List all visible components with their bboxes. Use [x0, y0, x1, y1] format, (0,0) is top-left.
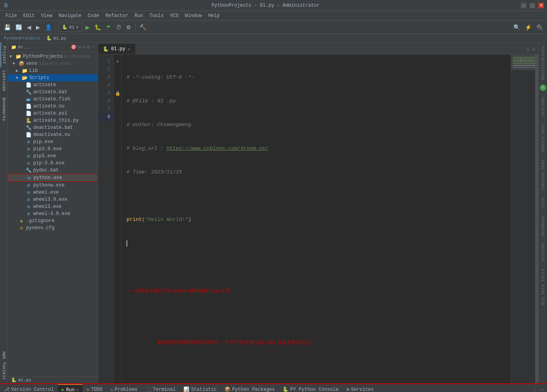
tree-item-wheel39[interactable]: ▶ ⚙ wheel3.9.exe: [8, 196, 98, 203]
minimap-scrollbar[interactable]: [535, 55, 538, 383]
right-tab-database[interactable]: Database: [540, 212, 546, 239]
panel-minimize-icon[interactable]: —: [92, 44, 94, 50]
panel-collapse-icon[interactable]: ⊟: [83, 44, 85, 50]
right-tab-tabnine[interactable]: Tabnine Chat: [540, 156, 546, 194]
tree-item-deactivate-nu[interactable]: ▶ 📄 deactivate.nu: [8, 131, 98, 138]
tree-item-pip[interactable]: ▶ ⚙ pip.exe: [8, 138, 98, 145]
menu-vcs[interactable]: VCS: [168, 12, 181, 19]
editor-tab-01py[interactable]: 🐍 01.py ✕: [98, 44, 136, 54]
tree-item-wheel3[interactable]: ▶ ⚙ wheel3.exe: [8, 203, 98, 210]
tree-item-wheel[interactable]: ▶ ⚙ wheel.exe: [8, 189, 98, 196]
tree-item-python-exe[interactable]: ▶ ⚙ python.exe: [8, 174, 98, 182]
save-button[interactable]: 💾: [2, 23, 12, 31]
bottom-tab-problems[interactable]: ⚠ Problems: [106, 384, 141, 392]
code-content[interactable]: # -*-coding: Utf-8 -*- # @File : 01 .py …: [122, 55, 511, 383]
tab-close-button[interactable]: ✕: [128, 47, 130, 52]
menu-run[interactable]: Run: [132, 12, 145, 19]
menu-help[interactable]: Help: [206, 12, 222, 19]
bottom-tab-run[interactable]: ▶ Run ✕: [58, 384, 83, 392]
tree-item-pip-39[interactable]: ▶ ⚙ pip-3.9.exe: [8, 160, 98, 167]
run-tab-close[interactable]: ✕: [76, 388, 79, 392]
bottom-tab-vcs[interactable]: ⎇ Version Control: [0, 384, 58, 392]
tree-item-venv[interactable]: ▼ 📦 venv library root: [8, 60, 98, 67]
panel-bottom-file[interactable]: 🐍 01.py: [8, 376, 98, 383]
left-tab-project[interactable]: Project: [0, 43, 8, 67]
tree-item-pythonw[interactable]: ▶ ⚙ pythonw.exe: [8, 182, 98, 189]
bottom-tab-python-packages[interactable]: 📦 Python Packages: [221, 384, 279, 392]
panel-settings-icon[interactable]: ⚙: [87, 44, 90, 50]
left-tab-aws[interactable]: AWS Toolkit: [1, 348, 7, 383]
tree-item-activate-ps1[interactable]: ▶ 📄 activate.ps1: [8, 110, 98, 117]
coverage-button[interactable]: ☂: [104, 23, 113, 31]
tree-item-activate-this[interactable]: ▶ 🐍 activate_this.py: [8, 117, 98, 124]
tree-item-pip3[interactable]: ▶ ⚙ pip3.exe: [8, 153, 98, 160]
settings-cog[interactable]: ⚙: [124, 23, 133, 31]
bottom-tab-terminal[interactable]: ⬛ Terminal: [141, 384, 180, 392]
right-tab-notifications[interactable]: Notifications: [540, 43, 546, 83]
tree-item-scripts[interactable]: ▼ 📂 Scripts: [8, 74, 98, 81]
run-button[interactable]: ▶: [84, 23, 91, 31]
right-tab-bigdata[interactable]: Big Data Tools: [540, 266, 546, 308]
tab-settings-icon[interactable]: ⚙: [526, 47, 529, 53]
tree-item-activate-nu[interactable]: ▶ 📄 activate.nu: [8, 103, 98, 110]
bottom-tab-minimize[interactable]: —: [541, 386, 544, 392]
panel-expand-icon[interactable]: ⊞: [78, 44, 81, 50]
right-tab-aixcoder[interactable]: aiXcoder: [540, 92, 546, 120]
right-tab-jito[interactable]: Jito: [540, 194, 546, 211]
tree-item-deactivate-bat[interactable]: ▶ 🔧 deactivate.bat: [8, 124, 98, 131]
close-button[interactable]: ✕: [538, 3, 544, 8]
menu-edit[interactable]: Edit: [21, 12, 37, 19]
bottom-tab-more[interactable]: ⋮: [532, 386, 538, 392]
right-tab-remote[interactable]: Remote Host: [540, 121, 546, 156]
forward-button[interactable]: ▶: [34, 23, 42, 31]
run-label: Run: [66, 387, 75, 392]
build-button[interactable]: 🔨: [138, 23, 148, 31]
run-config-arrow: ▾: [76, 24, 79, 30]
panel-locate-icon[interactable]: 🎯: [71, 44, 77, 50]
right-tab-sciview[interactable]: SciView: [540, 240, 546, 265]
tree-item-pyvenv[interactable]: ▶ ⚙ pyvenv.cfg: [8, 224, 98, 232]
plugin-button[interactable]: 🔌: [535, 23, 545, 31]
tree-item-wheel-39[interactable]: ▶ ⚙ wheel-3.9.exe: [8, 210, 98, 217]
back-button[interactable]: ◀: [25, 23, 33, 31]
left-tab-bookmarks[interactable]: Bookmarks: [1, 94, 7, 124]
maximize-button[interactable]: □: [530, 3, 535, 8]
tree-item-pydoc[interactable]: ▶ 🔧 pydoc.bat: [8, 167, 98, 174]
tree-item-lib[interactable]: ▶ 📁 Lib: [8, 67, 98, 74]
menu-code[interactable]: Code: [85, 12, 102, 19]
ai-button[interactable]: ⚡: [523, 23, 533, 31]
tab-expand-icon[interactable]: ⊞: [532, 47, 535, 53]
pip39-icon: ⚙: [25, 146, 32, 152]
gutter-fold-1[interactable]: ▼: [116, 60, 119, 64]
sync-button[interactable]: 🔄: [14, 23, 24, 31]
aixcoder-dot[interactable]: A: [540, 85, 546, 91]
bottom-tab-todo[interactable]: ☑ TODO: [83, 384, 106, 392]
bottom-tab-pyconsole[interactable]: 🐍 PY Python Console: [279, 384, 342, 392]
left-tab-leetcode[interactable]: Leetcode: [1, 67, 7, 94]
tree-item-pip39[interactable]: ▶ ⚙ pip3.9.exe: [8, 145, 98, 153]
tree-item-activate-bat[interactable]: ▶ 🔧 activate.bat: [8, 89, 98, 96]
gutter-7: [114, 105, 121, 113]
run-config-selector[interactable]: 🐍 01 ▾: [58, 23, 82, 32]
menu-window[interactable]: Window: [183, 12, 204, 19]
breadcrumb: PythonProjects › 🐍 01.py: [0, 34, 547, 43]
debug-button[interactable]: 🐛: [93, 23, 103, 31]
tree-item-gitignore[interactable]: ▶ ◆ .gitignore: [8, 217, 98, 224]
tree-item-activate-fish[interactable]: ▶ 🐟 activate.fish: [8, 96, 98, 103]
minimize-button[interactable]: ─: [521, 3, 526, 8]
tree-item-activate[interactable]: ▶ 📄 activate: [8, 81, 98, 89]
menu-refactor[interactable]: Refactor: [103, 12, 131, 19]
menu-navigate[interactable]: Navigate: [56, 12, 84, 19]
menu-tools[interactable]: Tools: [147, 12, 166, 19]
search-toolbar-button[interactable]: 🔍: [512, 23, 522, 31]
profile-button[interactable]: ⏱: [114, 23, 123, 31]
toolbar-divider-1: [56, 23, 56, 31]
breadcrumb-project[interactable]: PythonProjects: [4, 36, 40, 41]
bottom-tab-services[interactable]: ⚙ Services: [343, 384, 378, 392]
menu-view[interactable]: View: [39, 12, 55, 19]
bottom-tab-statistic[interactable]: 📊 Statistic: [179, 384, 221, 392]
menu-file[interactable]: File: [3, 12, 19, 19]
comment-5: # Time: 2023/11/15: [126, 168, 182, 176]
tree-item-pythonprojects[interactable]: ▼ 📁 PythonProjects E:\PythonF: [8, 53, 98, 60]
git-button[interactable]: 👤: [43, 23, 53, 31]
